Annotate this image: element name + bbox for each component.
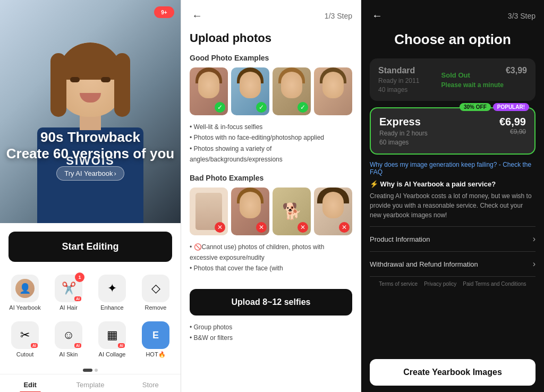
tool-enhance[interactable]: ✦ Enhance <box>91 270 133 315</box>
good-photo-1: ✓ <box>190 67 228 115</box>
tool-label-ai-skin: AI Skin <box>60 351 78 357</box>
x-4: ✕ <box>339 222 350 233</box>
option-standard-detail2: 40 images <box>378 86 419 93</box>
face-2 <box>240 72 261 98</box>
why-text: Creating AI Yearbook costs a lot of mone… <box>370 191 536 220</box>
good-bullet-3: • Photos showing a variety of angles/bac… <box>190 143 352 165</box>
badge-popular: POPULAR! <box>493 103 529 111</box>
hero-overlay-text: 90s ThrowbackCreate 60 versions of you T… <box>0 129 181 181</box>
face-1 <box>198 72 219 98</box>
bad-bullet-2: • Photos that cover the face (with <box>190 263 352 274</box>
face-bad-4 <box>322 192 344 218</box>
panel-3-header: ← 3/3 Step <box>361 0 544 31</box>
accordion-withdrawal[interactable]: Withdrawal and Refund Information › <box>370 251 536 276</box>
option-express-detail2: 60 images <box>379 139 428 146</box>
bottom-tabs: Edit Template Store <box>0 374 181 392</box>
start-editing-button[interactable]: Start Editing <box>8 232 172 262</box>
sold-out-detail: Please wait a minute <box>441 81 504 89</box>
hero-image: SIWOIS 9+ 90s ThrowbackCreate 6 <box>0 0 181 223</box>
good-photo-3: ✓ <box>273 67 311 115</box>
footer-link-privacy[interactable]: Privacy policy <box>424 281 456 287</box>
good-bullet-2: • Photos with no face-editing/photoshop … <box>190 132 352 143</box>
tool-ai-yearbook[interactable]: 👤 AI Yearbook <box>4 270 46 315</box>
upload-photos-title: Upload photos <box>190 31 352 45</box>
bad-bullets: • 🚫Cannot use) photos of children, photo… <box>190 242 352 274</box>
option-express-row: Express Ready in 2 hours 60 images €6,99… <box>379 116 526 146</box>
bad-photo-4: ✕ <box>314 188 352 235</box>
good-bullet-1: • Well-lit & in-focus selfies <box>190 122 352 132</box>
option-express-right: €6,99 €9,90 <box>499 116 526 135</box>
option-express-left: Express Ready in 2 hours 60 images <box>379 116 428 146</box>
face-bad-2 <box>240 192 261 218</box>
ai-hair-badge: 1 <box>75 272 84 282</box>
option-express-price: €6,99 <box>499 116 526 128</box>
tab-template[interactable]: Template <box>60 379 120 391</box>
good-photo-2: ✓ <box>231 67 269 115</box>
choose-title: Choose an option <box>370 31 536 48</box>
more-bad-1: • Group photos <box>190 322 352 333</box>
more-bad-2: • B&W or filters <box>190 333 352 343</box>
tab-edit[interactable]: Edit <box>0 379 60 391</box>
tool-icon-ai-yearbook: 👤 <box>11 275 39 302</box>
back-button-p2[interactable]: ← <box>190 7 205 24</box>
step-indicator-p2: 1/3 Step <box>325 12 352 20</box>
good-photos-grid: ✓ ✓ ✓ <box>190 67 352 115</box>
check-2: ✓ <box>256 102 267 113</box>
tool-icon-ai-collage: ▦ AI <box>98 321 126 349</box>
faq-text: Why does my image generation keep failin… <box>370 161 536 176</box>
tool-label-ai-collage: AI Collage <box>99 351 126 357</box>
panel-3: ← 3/3 Step Choose an option Standard Rea… <box>361 0 544 392</box>
bad-photo-3: 🐕 ✕ <box>273 188 311 235</box>
badge-off: 30% OFF <box>460 103 491 111</box>
option-express[interactable]: 30% OFF POPULAR! Express Ready in 2 hour… <box>370 107 536 155</box>
panel-2: ← 1/3 Step Upload photos Good Photo Exam… <box>181 0 361 392</box>
tool-icon-hot: E <box>142 321 169 349</box>
ai-label-hair: AI <box>74 296 81 301</box>
tool-cutout[interactable]: ✂ AI Cutout <box>4 317 46 362</box>
sold-out-label: Sold Out <box>441 71 504 79</box>
tool-ai-hair[interactable]: ✂️ 1 AI AI Hair <box>48 270 89 315</box>
face-4 <box>322 72 344 98</box>
check-1: ✓ <box>215 102 225 113</box>
step-indicator-p3: 3/3 Step <box>508 12 536 20</box>
tool-ai-collage[interactable]: ▦ AI AI Collage <box>91 317 133 362</box>
dot-1 <box>95 369 98 372</box>
notification-badge[interactable]: 9+ <box>154 6 174 18</box>
why-title: ⚡ Why is AI Yearbook a paid service? <box>370 180 536 188</box>
x-3: ✕ <box>298 222 308 233</box>
dots-indicator <box>0 367 181 374</box>
tool-icon-cutout: ✂ AI <box>11 321 39 349</box>
tab-store[interactable]: Store <box>121 379 181 391</box>
tool-hot[interactable]: E HOT🔥 <box>135 317 176 362</box>
option-express-old-price: €9,90 <box>499 128 526 135</box>
create-yearbook-button[interactable]: Create Yearbook Images <box>370 359 536 386</box>
hero-title: 90s ThrowbackCreate 60 versions of you <box>0 129 181 162</box>
bad-photos-grid: ✕ ✕ 🐕 ✕ ✕ <box>190 188 352 235</box>
accordion-product-label: Product Information <box>370 235 430 243</box>
footer-link-paid-terms[interactable]: Paid Terms and Conditions <box>463 281 526 287</box>
tool-label-ai-yearbook: AI Yearbook <box>9 304 40 311</box>
why-section: ⚡ Why is AI Yearbook a paid service? Cre… <box>370 180 536 220</box>
upload-button[interactable]: Upload 8~12 selfies <box>190 289 352 316</box>
tool-icon-ai-hair: ✂️ 1 AI <box>55 275 82 302</box>
option-standard-detail1: Ready in 2011 <box>378 77 419 84</box>
bad-photo-1: ✕ <box>190 188 228 235</box>
tool-icon-remove: ◇ <box>142 275 169 302</box>
try-ai-yearbook-button[interactable]: Try AI Yearbook <box>56 166 124 181</box>
tool-label-cutout: Cutout <box>16 351 33 357</box>
panel-2-header: ← 1/3 Step <box>181 0 361 31</box>
tool-remove[interactable]: ◇ Remove <box>135 270 176 315</box>
accordion-product-info[interactable]: Product Information › <box>370 226 536 251</box>
face-3 <box>281 72 302 98</box>
tool-ai-skin[interactable]: ☺ AI AI Skin <box>48 317 89 362</box>
good-examples-subtitle: Good Photo Examples <box>190 54 352 62</box>
back-button-p3[interactable]: ← <box>370 7 385 24</box>
tool-icon-ai-skin: ☺ AI <box>55 321 82 349</box>
footer-link-terms[interactable]: Terms of service <box>379 281 418 287</box>
option-express-name: Express <box>379 116 428 128</box>
option-standard-right: €3,99 <box>506 66 527 75</box>
accordion-withdrawal-arrow: › <box>533 259 536 269</box>
option-standard[interactable]: Standard Ready in 2011 40 images €3,99 S… <box>370 58 536 101</box>
bad-bullet-1: • 🚫Cannot use) photos of children, photo… <box>190 242 352 263</box>
dot-active <box>83 369 92 372</box>
